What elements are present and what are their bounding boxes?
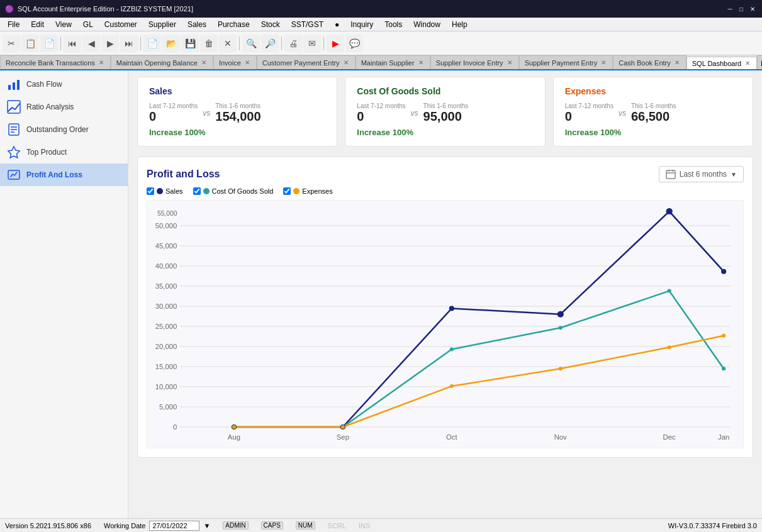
first-button[interactable]: ⏮: [64, 35, 81, 52]
tab-supplier-payment-entry[interactable]: Supplier Payment Entry✕: [519, 55, 614, 69]
sidebar-item-ratio-analysis[interactable]: Ratio Analysis: [0, 96, 128, 118]
menu-item-window[interactable]: Window: [408, 19, 445, 30]
sidebar-item-top-product[interactable]: Top Product: [0, 141, 128, 163]
menu-item-supplier[interactable]: Supplier: [143, 19, 181, 30]
cancel-button[interactable]: ✕: [219, 35, 237, 52]
app-icon: 🟣: [5, 5, 14, 13]
db-info: WI-V3.0.7.33374 Firebird 3.0: [668, 522, 757, 529]
menu-item-help[interactable]: Help: [447, 19, 473, 30]
working-date-input[interactable]: [149, 521, 199, 531]
tab-close-icon[interactable]: ✕: [600, 59, 607, 66]
order-icon: [6, 122, 21, 137]
sidebar-label-top-product: Top Product: [26, 148, 67, 157]
menu-item-[interactable]: ●: [330, 19, 344, 30]
sidebar-item-profit-and-loss[interactable]: Profit And Loss: [0, 163, 128, 186]
legend-check-cogs[interactable]: [193, 187, 201, 195]
tab-close-icon[interactable]: ✕: [200, 59, 208, 66]
save-button[interactable]: 💾: [181, 35, 199, 52]
tab-label: Customer Payment Entry: [262, 59, 340, 67]
sidebar-item-cash-flow[interactable]: Cash Flow: [0, 73, 128, 96]
tab-close-icon[interactable]: ✕: [417, 59, 425, 66]
last-button[interactable]: ⏭: [120, 35, 138, 52]
svg-text:20,000: 20,000: [155, 343, 177, 350]
card-curr-value-expenses: 66,500: [631, 109, 676, 124]
tab-invoice[interactable]: Invoice✕: [213, 55, 257, 69]
delete-button[interactable]: 🗑: [200, 35, 218, 52]
menu-item-inquiry[interactable]: Inquiry: [345, 19, 378, 30]
chart-section: Profit and Loss Last 6 months ▼ SalesCos…: [137, 157, 753, 458]
tab-close-icon[interactable]: ✕: [744, 60, 751, 67]
copy-button[interactable]: 📋: [21, 35, 39, 52]
title-bar: 🟣 SQL Account Enterprise Edition - IZZBI…: [0, 0, 762, 18]
card-vs-sales: vs: [203, 109, 210, 118]
youtube-button[interactable]: ▶: [327, 35, 344, 52]
date-dropdown-icon[interactable]: ▼: [203, 522, 210, 529]
tab-maintain-supplier[interactable]: Maintain Supplier✕: [356, 55, 430, 69]
menu-item-sales[interactable]: Sales: [182, 19, 211, 30]
tab-cash-book-entry[interactable]: Cash Book Entry✕: [613, 55, 686, 69]
tab-close-icon[interactable]: ✕: [673, 59, 681, 66]
svg-text:50,000: 50,000: [155, 222, 177, 230]
menu-item-tools[interactable]: Tools: [379, 19, 407, 30]
cut-button[interactable]: ✂: [3, 35, 20, 52]
paste-button[interactable]: 📄: [40, 35, 58, 52]
sep1: [60, 36, 61, 50]
search-button[interactable]: 🔍: [242, 35, 260, 52]
tab-customer-payment-entry[interactable]: Customer Payment Entry✕: [257, 55, 356, 69]
svg-text:40,000: 40,000: [155, 262, 177, 270]
menu-item-purchase[interactable]: Purchase: [213, 19, 255, 30]
svg-marker-8: [8, 147, 20, 158]
filter-button[interactable]: 🔎: [261, 35, 279, 52]
minimize-button[interactable]: ─: [726, 4, 734, 13]
content-area: Sales Last 7-12 months 0 vs This 1-6 mon…: [128, 70, 762, 518]
calendar-icon: [666, 169, 676, 179]
menu-item-edit[interactable]: Edit: [26, 19, 49, 30]
card-row-cogs: Last 7-12 months 0 vs This 1-6 months 95…: [357, 103, 533, 124]
sidebar-item-outstanding-order[interactable]: Outstanding Order: [0, 118, 128, 141]
card-vs-cogs: vs: [411, 109, 418, 118]
menu-item-gl[interactable]: GL: [78, 19, 98, 30]
email-button[interactable]: ✉: [303, 35, 321, 52]
tab-close-icon[interactable]: ✕: [342, 59, 350, 66]
close-button[interactable]: ✕: [748, 4, 757, 13]
working-date-label: Working Date: [104, 522, 145, 529]
tab-close-icon[interactable]: ✕: [98, 59, 105, 66]
tab-reconcile-bank-transactions[interactable]: Reconcile Bank Transactions✕: [0, 55, 111, 69]
chart-title: Profit and Loss: [147, 169, 220, 180]
legend-dot-cogs: [203, 188, 210, 194]
svg-point-53: [668, 289, 671, 293]
open-button[interactable]: 📂: [162, 35, 180, 52]
prev-button[interactable]: ◀: [82, 35, 100, 52]
sep4: [281, 36, 282, 50]
menu-item-sstgst[interactable]: SST/GST: [286, 19, 328, 30]
legend-check-sales[interactable]: [147, 187, 154, 195]
print-button[interactable]: 🖨: [284, 35, 302, 52]
maximize-button[interactable]: □: [737, 4, 746, 13]
menu-item-file[interactable]: File: [3, 19, 25, 30]
new-button[interactable]: 📄: [143, 35, 161, 52]
svg-point-48: [721, 269, 726, 274]
tab-maintain-opening-balance[interactable]: Maintain Opening Balance✕: [111, 55, 213, 69]
svg-rect-0: [8, 85, 11, 90]
svg-point-56: [341, 425, 345, 429]
num-indicator: NUM: [296, 521, 315, 529]
menu-item-view[interactable]: View: [50, 19, 77, 30]
svg-point-55: [232, 425, 236, 429]
card-prev-value-cogs: 0: [357, 109, 405, 124]
whatsapp-button[interactable]: 💬: [345, 35, 363, 52]
tab-more-button[interactable]: ▶: [757, 55, 762, 69]
tab-label: Invoice: [219, 59, 241, 67]
card-row-expenses: Last 7-12 months 0 vs This 1-6 months 66…: [565, 103, 741, 124]
tab-supplier-invoice-entry[interactable]: Supplier Invoice Entry✕: [430, 55, 519, 69]
legend-check-expenses[interactable]: [283, 187, 291, 195]
svg-text:55,000: 55,000: [157, 210, 177, 217]
tab-close-icon[interactable]: ✕: [244, 59, 251, 66]
next-button[interactable]: ▶: [101, 35, 119, 52]
version-info: Version 5.2021.915.806 x86: [5, 522, 91, 529]
tab-sql-dashboard[interactable]: SQL Dashboard✕: [686, 57, 757, 70]
chart-period-button[interactable]: Last 6 months ▼: [659, 166, 744, 182]
tab-close-icon[interactable]: ✕: [506, 59, 513, 66]
legend-label-expenses: Expenses: [302, 187, 332, 195]
menu-item-customer[interactable]: Customer: [99, 19, 142, 30]
menu-item-stock[interactable]: Stock: [256, 19, 285, 30]
